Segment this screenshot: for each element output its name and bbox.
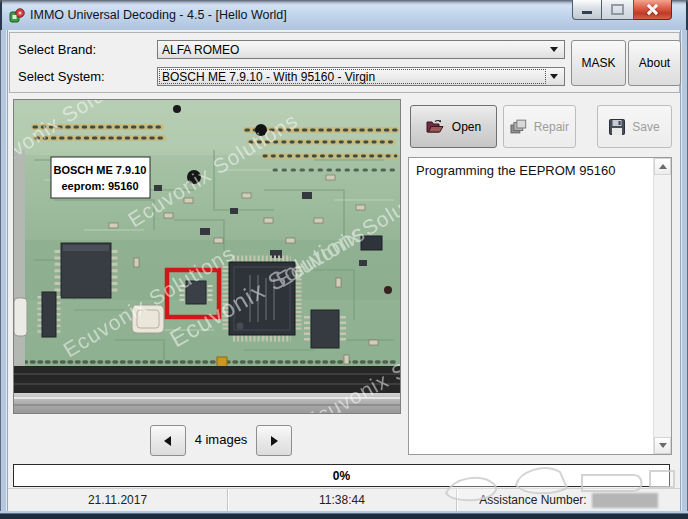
brand-dropdown-value: ALFA ROMEO — [162, 43, 239, 57]
floppy-disk-icon — [609, 119, 625, 135]
log-scrollbar[interactable] — [653, 158, 671, 454]
window-border-left — [0, 30, 8, 511]
app-icon — [9, 7, 25, 23]
window-border-bottom — [0, 511, 688, 519]
prev-image-button[interactable] — [150, 425, 186, 456]
next-image-button[interactable] — [256, 425, 292, 456]
log-textarea[interactable]: Programming the EEPROM 95160 — [408, 157, 672, 455]
pcb-graphic: Ecuvonix Solutions Ecuvonix Solutions Ec… — [14, 100, 400, 413]
arrow-up-icon — [659, 160, 667, 169]
open-button[interactable]: Open — [410, 105, 497, 148]
close-icon — [647, 4, 658, 15]
minimize-icon — [582, 11, 592, 14]
arrow-right-icon — [271, 436, 283, 446]
progress-bar: 0% — [13, 464, 670, 487]
log-text: Programming the EEPROM 95160 — [416, 163, 647, 178]
window-controls — [572, 0, 672, 20]
chevron-down-icon — [550, 47, 558, 56]
repair-button-label: Repair — [534, 120, 569, 134]
repair-icon — [510, 119, 528, 135]
status-date: 21.11.2017 — [88, 493, 147, 507]
callout-line1: BOSCH ME 7.9.10 — [54, 164, 147, 176]
maximize-button[interactable] — [602, 0, 634, 20]
assistance-number-label: Assistance Number: — [479, 493, 586, 507]
save-button-label: Save — [632, 120, 659, 134]
system-dropdown[interactable]: BOSCH ME 7.9.10 - With 95160 - Virgin — [157, 67, 565, 86]
app-window: IMMO Universal Decoding - 4.5 - [Hello W… — [0, 0, 688, 519]
status-bar: 21.11.2017 11:38:44 Assistance Number: — [8, 489, 680, 511]
mask-button[interactable]: MASK — [571, 40, 626, 86]
close-button[interactable] — [634, 0, 672, 20]
board-callout: BOSCH ME 7.9.10 eeprom: 95160 — [51, 157, 150, 198]
title-bar: IMMO Universal Decoding - 4.5 - [Hello W… — [0, 0, 688, 30]
image-count-label: 4 images — [186, 432, 256, 447]
brand-label: Select Brand: — [18, 42, 96, 57]
scroll-up-button[interactable] — [654, 158, 671, 175]
progress-value: 0% — [333, 469, 350, 483]
save-button[interactable]: Save — [597, 105, 672, 148]
scroll-down-button[interactable] — [654, 437, 671, 454]
window-border-right — [680, 30, 688, 511]
system-label: Select System: — [18, 69, 105, 84]
chevron-down-icon — [550, 74, 558, 83]
minimize-button[interactable] — [572, 0, 602, 20]
window-title: IMMO Universal Decoding - 4.5 - [Hello W… — [30, 0, 287, 30]
arrow-down-icon — [659, 443, 667, 452]
repair-button[interactable]: Repair — [503, 105, 576, 148]
ecu-board-image: Ecuvonix Solutions Ecuvonix Solutions Ec… — [13, 99, 401, 414]
arrow-left-icon — [159, 436, 171, 446]
status-time: 11:38:44 — [319, 493, 365, 507]
open-button-label: Open — [452, 120, 481, 134]
brand-dropdown[interactable]: ALFA ROMEO — [157, 40, 565, 59]
open-folder-icon — [426, 119, 445, 134]
system-dropdown-value: BOSCH ME 7.9.10 - With 95160 - Virgin — [162, 70, 375, 84]
maximize-icon — [611, 4, 624, 15]
assistance-number-redacted — [592, 493, 658, 508]
callout-line2: eeprom: 95160 — [61, 180, 138, 192]
about-button[interactable]: About — [628, 40, 681, 86]
